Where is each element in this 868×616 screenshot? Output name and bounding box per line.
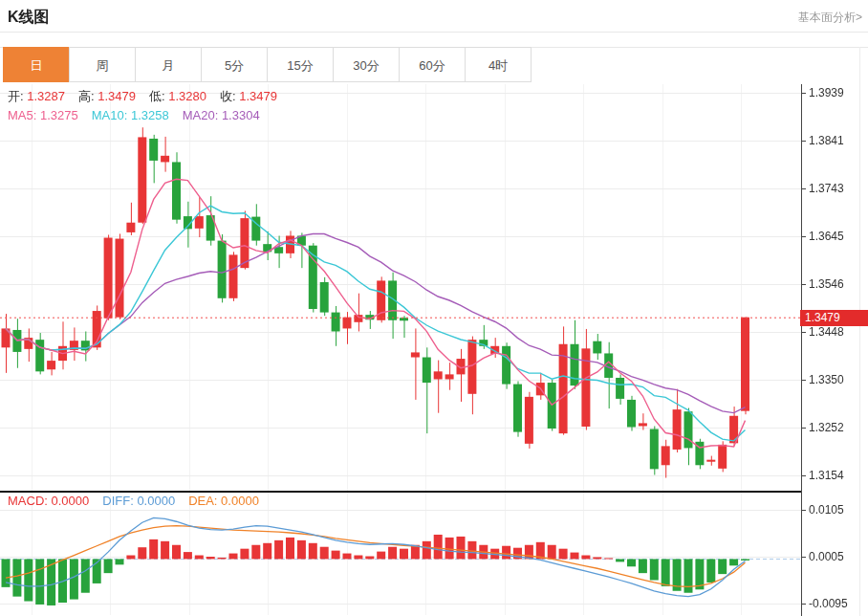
period-tabs: 日周月5分15分30分60分4时	[3, 47, 532, 82]
ohlc-readout: 开: 1.3287高: 1.3479低: 1.3280收: 1.3479	[8, 88, 291, 105]
ma-item-2: MA20: 1.3304	[183, 108, 260, 122]
ohlc-item-2: 低: 1.3280	[149, 89, 206, 103]
ma-item-1: MA10: 1.3258	[92, 108, 169, 122]
macdinfo-item-1: DIFF: 0.0000	[102, 494, 175, 508]
macd-readout: MACD: 0.0000DIFF: 0.0000DEA: 0.0000	[8, 494, 272, 508]
period-tab-0[interactable]: 日	[3, 47, 70, 82]
last-price-tag: 1.3479	[800, 310, 868, 326]
ma-item-0: MA5: 1.3275	[8, 108, 78, 122]
ma-readout: MA5: 1.3275MA10: 1.3258MA20: 1.3304	[8, 108, 273, 122]
macdinfo-item-0: MACD: 0.0000	[8, 494, 89, 508]
fundamental-analysis-link[interactable]: 基本面分析>	[798, 10, 862, 26]
period-tab-3[interactable]: 5分	[201, 47, 268, 82]
page-title: K线图	[8, 8, 50, 28]
period-tab-5[interactable]: 30分	[333, 47, 400, 82]
macdinfo-item-2: DEA: 0.0000	[188, 494, 259, 508]
period-tab-2[interactable]: 月	[135, 47, 202, 82]
ohlc-item-1: 高: 1.3479	[78, 89, 136, 103]
period-tab-6[interactable]: 60分	[399, 47, 466, 82]
period-tab-4[interactable]: 15分	[267, 47, 334, 82]
header-divider	[0, 32, 868, 33]
widget-right-border	[859, 47, 860, 616]
ohlc-item-0: 开: 1.3287	[8, 89, 65, 103]
ohlc-item-3: 收: 1.3479	[220, 89, 277, 103]
kline-widget: K线图 基本面分析> 日周月5分15分30分60分4时 开: 1.3287高: …	[0, 0, 868, 616]
period-tab-7[interactable]: 4时	[465, 47, 532, 82]
period-tab-1[interactable]: 周	[69, 47, 136, 82]
